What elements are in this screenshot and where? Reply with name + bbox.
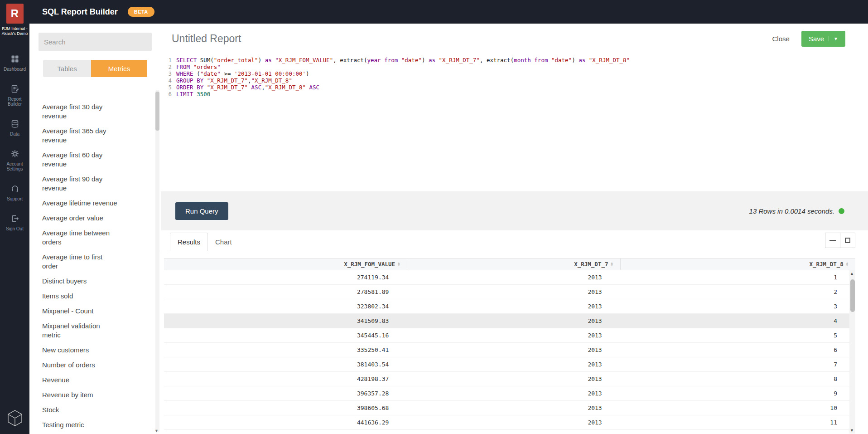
editor-line: 2FROM "orders"	[161, 63, 868, 70]
metric-item[interactable]: Number of orders	[42, 361, 119, 370]
editor-line: 1SELECT SUM("order_total") as "X_RJM_FOM…	[161, 57, 868, 63]
report-title[interactable]: Untitled Report	[172, 33, 772, 45]
code-text: LIMIT 3500	[176, 91, 210, 98]
table-cell: 2013	[407, 314, 620, 328]
database-icon	[10, 119, 19, 129]
brand-logo: R	[6, 4, 24, 24]
tab-metrics[interactable]: Metrics	[91, 60, 147, 77]
results-tabs-row: Results Chart	[161, 230, 868, 251]
fields-panel: Tables Metrics Average first 30 day reve…	[29, 24, 161, 434]
metric-item[interactable]: Average first 90 day revenue	[42, 175, 119, 193]
sql-editor[interactable]: 1SELECT SUM("order_total") as "X_RJM_FOM…	[161, 50, 868, 191]
sidebar-item-account-settings[interactable]: Account Settings	[1, 149, 29, 171]
collapse-button[interactable]	[825, 233, 840, 248]
table-row: 428198.3720138	[164, 372, 855, 386]
editor-line: 3WHERE ("date" >= '2013-01-01 00:00:00')	[161, 70, 868, 77]
tab-tables[interactable]: Tables	[43, 60, 91, 77]
top-bar: SQL Report Builder BETA	[29, 0, 868, 24]
table-row: 381403.5420137	[164, 357, 855, 372]
metric-item[interactable]: Average first 60 day revenue	[42, 151, 119, 169]
scrollbar-thumb[interactable]	[155, 92, 159, 131]
metrics-list: Average first 30 day revenueAverage firs…	[29, 90, 154, 434]
table-cell: 274119.34	[164, 270, 407, 284]
table-cell: 3	[620, 299, 855, 313]
table-scrollbar: ▲ ▼	[849, 270, 855, 434]
sidebar-item-data[interactable]: Data	[1, 119, 29, 137]
metric-item[interactable]: Average lifetime revenue	[42, 199, 119, 208]
column-header[interactable]: X_RJM_FOM_VALUE▲▼	[164, 258, 407, 270]
scrollbar-track[interactable]	[155, 90, 159, 432]
table-cell: 396357.28	[164, 386, 407, 400]
table-cell: 1	[620, 270, 855, 284]
scroll-up-icon[interactable]: ▲	[850, 271, 854, 276]
table-cell: 2013	[407, 343, 620, 357]
sidebar-item-sign-out[interactable]: Sign Out	[1, 214, 29, 231]
expand-button[interactable]	[840, 233, 855, 248]
sidebar-item-label: Support	[7, 196, 23, 201]
metric-item[interactable]: Mixpanel validation metric	[42, 322, 119, 340]
column-label: X_RJM_DT_8	[810, 261, 844, 268]
scroll-down-icon[interactable]: ▼	[850, 428, 854, 433]
run-query-button[interactable]: Run Query	[175, 202, 228, 220]
search-input[interactable]	[39, 33, 152, 51]
code-text: ORDER BY "X_RJM_DT_7" ASC,"X_RJM_DT_8" A…	[176, 84, 319, 91]
table-row: 341509.8320134	[164, 314, 855, 328]
sidebar-item-report-builder[interactable]: Report Builder	[1, 84, 29, 107]
metric-item[interactable]: Testing metric	[42, 420, 119, 429]
table-row: 396357.2820139	[164, 386, 855, 401]
table-cell: 381403.54	[164, 357, 407, 371]
table-cell: 9	[620, 386, 855, 400]
metric-item[interactable]: Average first 30 day revenue	[42, 102, 119, 121]
square-icon	[845, 238, 850, 243]
scroll-down-icon[interactable]: ▼	[154, 429, 159, 433]
editor-line: 6LIMIT 3500	[161, 91, 868, 98]
metric-item[interactable]: Revenue by item	[42, 390, 119, 400]
report-header: Untitled Report Close Save ▼	[161, 24, 868, 50]
table-cell: 441636.29	[164, 415, 407, 429]
table-cell: 2	[620, 285, 855, 299]
table-cell: 4	[620, 314, 855, 328]
column-label: X_RJM_FOM_VALUE	[344, 261, 395, 268]
sign-out-icon	[10, 214, 19, 224]
metric-item[interactable]: Mixpanel - Count	[42, 307, 119, 316]
sidebar-item-support[interactable]: Support	[1, 184, 29, 201]
sidebar-item-label: Data	[10, 132, 19, 137]
metric-item[interactable]: Distinct buyers	[42, 277, 119, 286]
results-body: 274119.3420131278581.8920132323802.34201…	[164, 270, 855, 430]
metrics-scrollbar: ▼	[155, 90, 159, 432]
gear-icon	[10, 149, 19, 159]
table-scrollbar-thumb[interactable]	[850, 279, 855, 312]
sidebar-item-label: Sign Out	[6, 226, 24, 231]
line-number: 1	[161, 57, 176, 63]
metric-item[interactable]: New customers	[42, 346, 119, 355]
minus-icon	[829, 240, 836, 241]
table-cell: 323802.34	[164, 299, 407, 313]
sidebar-item-dashboard[interactable]: Dashboard	[1, 54, 29, 72]
table-cell: 2013	[407, 386, 620, 400]
table-cell: 2013	[407, 357, 620, 371]
save-button[interactable]: Save ▼	[801, 31, 845, 47]
left-rail: R RJM Internal - Akash's Demo Dashboard …	[0, 0, 29, 434]
metric-item[interactable]: Average time to first order	[42, 253, 119, 271]
table-cell: 2013	[407, 270, 620, 284]
table-cell: 2013	[407, 415, 620, 429]
metric-item[interactable]: Average order value	[42, 214, 119, 223]
metric-item[interactable]: Items sold	[42, 292, 119, 301]
status-success-icon	[839, 208, 844, 214]
tab-results[interactable]: Results	[170, 233, 208, 251]
metric-item[interactable]: Revenue	[42, 375, 119, 385]
column-header[interactable]: X_RJM_DT_7▲▼	[407, 258, 620, 270]
app-title: SQL Report Builder	[42, 7, 118, 17]
tab-chart[interactable]: Chart	[208, 233, 239, 251]
metric-item[interactable]: Average first 365 day revenue	[42, 127, 119, 145]
report-builder-icon	[10, 84, 19, 94]
column-header[interactable]: X_RJM_DT_8▲▼	[620, 258, 855, 270]
close-button[interactable]: Close	[772, 35, 790, 43]
table-row: 278581.8920132	[164, 285, 855, 299]
sidebar-item-label: Account Settings	[1, 161, 29, 171]
view-controls	[825, 233, 855, 248]
table-cell: 11	[620, 415, 855, 429]
metric-item[interactable]: Stock	[42, 405, 119, 414]
metric-item[interactable]: Average time between orders	[42, 229, 119, 247]
table-cell: 2013	[407, 328, 620, 342]
